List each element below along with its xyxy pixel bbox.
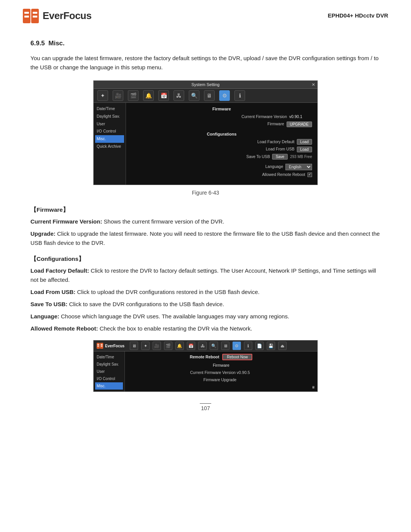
load-factory-row: Load Factory Default Load — [131, 139, 312, 145]
svg-rect-10 — [97, 346, 99, 347]
close-icon[interactable]: ✕ — [312, 81, 315, 88]
ss2-remote-reboot-row: Remote Reboot Reboot Now — [129, 354, 313, 360]
config-desc4-rest: Choose which language the DVR uses. The … — [59, 313, 289, 320]
ss2-sidebar-user[interactable]: User — [95, 368, 123, 375]
config-desc2-bold: Load From USB: — [30, 289, 75, 295]
allowed-reboot-checkbox[interactable]: ✓ — [307, 173, 312, 177]
firmware-upgrade-row: Firmware UPGRADE — [131, 121, 312, 127]
config-desc1-bold: Load Factory Default: — [30, 267, 89, 274]
ss2-icon-network[interactable]: 🖧 — [198, 342, 207, 350]
logo-container: EverFocus — [23, 8, 91, 23]
ss2-indicator: 🖥 — [312, 385, 315, 390]
screenshot1-container: System Setting ✕ ✦ 🎥 🎬 🔔 📅 🖧 🔍 🖥 ⚙ ℹ — [30, 80, 381, 185]
dialog-title: System Setting — [191, 82, 220, 87]
load-factory-label: Load Factory Default — [234, 139, 295, 145]
ss2-toolbar: EverFocus 🖥 ✦ 🎥 🎬 🔔 📅 🖧 🔍 🖥 ⚙ ℹ 📄 💾 ⏏ — [94, 340, 317, 351]
sidebar-item-user[interactable]: User — [95, 120, 124, 128]
sidebar-item-misc[interactable]: Misc. — [95, 135, 124, 143]
allowed-reboot-label: Allowed Remote Reboot — [244, 172, 305, 178]
ss2-sidebar: Date/Time Daylight Sav. User I/O Control… — [94, 351, 125, 391]
main-content: 6.9.5 Misc. You can upgrade the latest f… — [0, 27, 411, 424]
screenshot2-container: EverFocus 🖥 ✦ 🎥 🎬 🔔 📅 🖧 🔍 🖥 ⚙ ℹ 📄 💾 ⏏ — [30, 340, 381, 392]
page-header: EverFocus EPHD04+ HDcctv DVR — [0, 0, 411, 27]
save-usb-row: Save To USB Save 293 MB Free — [131, 154, 312, 160]
ss2-firmware-label-row: Firmware — [129, 363, 313, 369]
footer-divider — [200, 403, 211, 404]
dialog-titlebar: System Setting ✕ — [94, 81, 317, 89]
save-usb-button[interactable]: Save — [272, 154, 288, 160]
ss2-firmware-label: Firmware — [213, 363, 229, 369]
toolbar-icon-gear[interactable]: ⚙ — [219, 90, 230, 101]
ss2-icon-bell[interactable]: 🔔 — [175, 342, 184, 350]
firmware-desc1-bold: Current Firmware Version: — [30, 218, 102, 225]
firmware-desc1: Current Firmware Version: Shows the curr… — [30, 217, 381, 226]
load-factory-button[interactable]: Load — [297, 139, 312, 145]
config-desc4: Language: Choose which language the DVR … — [30, 312, 381, 321]
sidebar-item-daylight[interactable]: Daylight Sav. — [95, 113, 124, 120]
language-select[interactable]: English — [285, 164, 312, 170]
system-setting-dialog: System Setting ✕ ✦ 🎥 🎬 🔔 📅 🖧 🔍 🖥 ⚙ ℹ — [93, 80, 318, 185]
screenshot2-dialog: EverFocus 🖥 ✦ 🎥 🎬 🔔 📅 🖧 🔍 🖥 ⚙ ℹ 📄 💾 ⏏ — [93, 340, 318, 392]
firmware-desc1-rest: Shows the current firmware version of th… — [102, 218, 224, 225]
sidebar-item-datetime[interactable]: Date/Time — [95, 105, 124, 113]
section-heading: 6.9.5 Misc. — [30, 38, 381, 48]
svg-rect-11 — [101, 346, 103, 347]
toolbar-icon-display[interactable]: 🖥 — [204, 90, 215, 101]
ss2-icon-gear[interactable]: ⚙ — [233, 342, 241, 350]
config-desc3-rest: Click to save the DVR configurations to … — [67, 301, 224, 307]
ss2-icon-eject[interactable]: ⏏ — [278, 342, 287, 350]
load-usb-label: Load From USB — [234, 146, 295, 152]
toolbar-icon-wand[interactable]: ✦ — [97, 90, 108, 101]
figure-caption: Figure 6-43 — [30, 189, 381, 197]
config-desc3-bold: Save To USB: — [30, 301, 67, 307]
config-desc5-bold: Allowed Remote Reboot: — [30, 325, 98, 332]
toolbar-icon-search[interactable]: 🔍 — [189, 90, 199, 101]
svg-rect-4 — [24, 16, 29, 18]
ss2-firmware-version-row: Current Firmware Version v0.90.5 — [129, 370, 313, 376]
firmware-section-title: Firmware — [131, 106, 312, 112]
ss2-firmware-version-label: Current Firmware Version v0.90.5 — [190, 370, 250, 376]
ss2-icon-doc[interactable]: 📄 — [255, 342, 264, 350]
ss2-icon-calendar[interactable]: 📅 — [187, 342, 195, 350]
ss2-icon-search[interactable]: 🔍 — [210, 342, 218, 350]
sidebar-item-quickarchive[interactable]: Quick Archive — [95, 143, 124, 150]
current-firmware-row: Current Firmware Version v0.90.1 — [131, 114, 312, 120]
svg-rect-3 — [33, 12, 37, 14]
ss2-sidebar-daylight[interactable]: Daylight Sav. — [95, 361, 123, 368]
firmware-bracket-title: 【Firmware】 — [30, 205, 381, 214]
toolbar-icon-film[interactable]: 🎬 — [128, 90, 139, 101]
ss2-icon-save[interactable]: 💾 — [267, 342, 275, 350]
toolbar-icon-network[interactable]: 🖧 — [174, 90, 184, 101]
ss2-icon-display[interactable]: 🖥 — [130, 342, 138, 350]
ss2-sidebar-misc[interactable]: Misc. — [95, 382, 123, 390]
firmware-label2: Firmware — [223, 121, 284, 127]
upgrade-button[interactable]: UPGRADE — [287, 121, 312, 127]
ss2-icon-wand[interactable]: ✦ — [141, 342, 150, 350]
ss2-reboot-now-button[interactable]: Reboot Now — [222, 354, 252, 360]
svg-rect-8 — [97, 344, 99, 345]
ss2-icon-monitor[interactable]: 🖥 — [221, 342, 229, 350]
svg-rect-9 — [101, 344, 103, 345]
toolbar-icon-bell[interactable]: 🔔 — [143, 90, 154, 101]
toolbar-icon-info[interactable]: ℹ — [234, 90, 245, 101]
current-firmware-value: v0.90.1 — [289, 114, 312, 120]
ss2-icon-film[interactable]: 🎬 — [164, 342, 172, 350]
ss2-sidebar-io[interactable]: I/O Control — [95, 375, 123, 382]
intro-paragraph: You can upgrade the latest firmware, res… — [30, 54, 381, 72]
ss2-logo-icon — [97, 343, 104, 349]
current-firmware-label: Current Firmware Version — [226, 114, 287, 120]
sidebar-item-io[interactable]: I/O Control — [95, 128, 124, 135]
ss2-icon-camera[interactable]: 🎥 — [153, 342, 161, 350]
ss2-main: Remote Reboot Reboot Now Firmware Curren… — [125, 351, 317, 391]
firmware-desc2-bold: Upgrade: — [30, 230, 56, 237]
ss2-icon-info[interactable]: ℹ — [244, 342, 252, 350]
language-label: Language — [222, 164, 283, 170]
toolbar: ✦ 🎥 🎬 🔔 📅 🖧 🔍 🖥 ⚙ ℹ — [94, 89, 317, 103]
load-usb-button[interactable]: Load — [297, 147, 312, 152]
toolbar-icon-calendar[interactable]: 📅 — [158, 90, 169, 101]
configurations-section-title: Configurations — [131, 131, 312, 137]
ss2-remote-reboot-label: Remote Reboot — [190, 354, 220, 360]
ss2-sidebar-datetime[interactable]: Date/Time — [95, 353, 123, 361]
firmware-desc2-rest: Click to upgrade the latest firmware. No… — [30, 230, 380, 246]
toolbar-icon-camera[interactable]: 🎥 — [113, 90, 123, 101]
